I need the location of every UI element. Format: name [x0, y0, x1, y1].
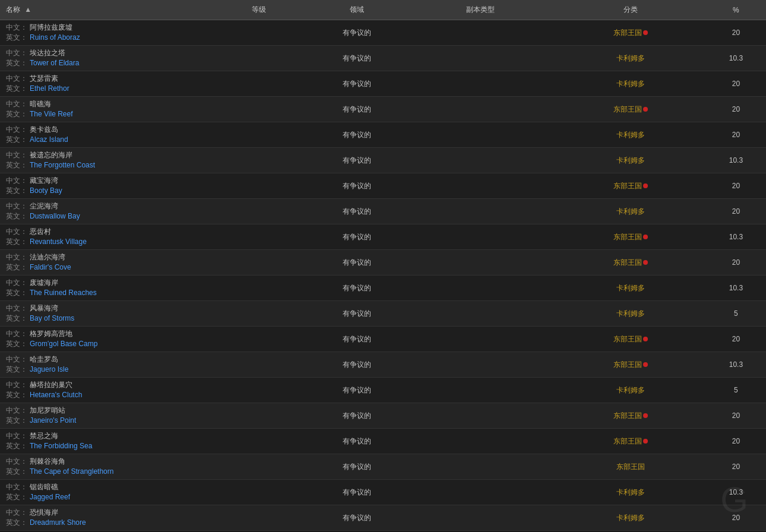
en-name: 英文：Dreadmurk Shore — [6, 518, 204, 528]
cell-domain: 有争议的 — [308, 122, 406, 148]
table-row[interactable]: 中文：暗礁海英文：The Vile Reef有争议的东部王国20 — [0, 97, 766, 122]
table-row[interactable]: 中文：埃达拉之塔英文：Tower of Eldara有争议的卡利姆多10.3 — [0, 46, 766, 71]
faction-name: 东部王国 — [616, 463, 645, 471]
domain-value: 有争议的 — [343, 360, 371, 369]
cell-domain: 有争议的 — [308, 480, 406, 505]
cell-level — [210, 505, 308, 531]
en-name: 英文：Grom'gol Base Camp — [6, 339, 204, 349]
cn-name: 中文：被遗忘的海岸 — [6, 150, 204, 160]
cell-domain: 有争议的 — [308, 148, 406, 173]
table-row[interactable]: 中文：尘泥海湾英文：Dustwallow Bay有争议的卡利姆多20 — [0, 199, 766, 224]
cell-faction: 东部王国 — [556, 403, 706, 429]
cell-domain: 有争议的 — [308, 403, 406, 429]
en-name: 英文：The Forbidding Sea — [6, 441, 204, 451]
table-row[interactable]: 中文：锯齿暗礁英文：Jagged Reef有争议的卡利姆多10.3 — [0, 480, 766, 505]
cell-percent: 10.3 — [706, 352, 766, 378]
col-percent[interactable]: % — [706, 0, 766, 20]
en-name: 英文：Janeiro's Point — [6, 416, 204, 426]
col-faction[interactable]: 分类 — [556, 0, 706, 20]
en-name: 英文：Bay of Storms — [6, 314, 204, 324]
cell-dungeon-type — [406, 148, 556, 173]
cell-name: 中文：藏宝海湾英文：Booty Bay — [0, 173, 210, 199]
table-row[interactable]: 中文：禁忌之海英文：The Forbidding Sea有争议的东部王国20 — [0, 429, 766, 454]
domain-value: 有争议的 — [343, 514, 371, 522]
cell-dungeon-type — [406, 224, 556, 250]
table-row[interactable]: 中文：法迪尔海湾英文：Faldir's Cove有争议的东部王国20 — [0, 250, 766, 276]
faction-name: 卡利姆多 — [616, 131, 645, 139]
en-name: 英文：The Cape of Stranglethorn — [6, 467, 204, 477]
cell-percent: 20 — [706, 122, 766, 148]
en-name: 英文：Dustwallow Bay — [6, 211, 204, 221]
cell-domain: 有争议的 — [308, 46, 406, 71]
faction-name: 卡利姆多 — [616, 156, 645, 164]
en-name: 英文：Hetaera's Clutch — [6, 390, 204, 400]
cell-name: 中文：恶齿村英文：Revantusk Village — [0, 224, 210, 250]
table-row[interactable]: 中文：哈圭罗岛英文：Jaguero Isle有争议的东部王国10.3 — [0, 352, 766, 378]
domain-value: 有争议的 — [343, 386, 371, 394]
cell-level — [210, 97, 308, 122]
cell-faction: 东部王国 — [556, 224, 706, 250]
table-row[interactable]: 中文：恐惧海岸英文：Dreadmurk Shore有争议的卡利姆多20 — [0, 505, 766, 531]
en-name: 英文：Booty Bay — [6, 186, 204, 196]
cell-faction: 东部王国 — [556, 327, 706, 352]
cell-domain: 有争议的 — [308, 71, 406, 97]
cell-dungeon-type — [406, 199, 556, 224]
faction-dot — [643, 413, 648, 418]
table-row[interactable]: 中文：阿博拉兹废墟英文：Ruins of Aboraz有争议的东部王国20 — [0, 20, 766, 46]
cn-name: 中文：加尼罗哨站 — [6, 406, 204, 416]
cell-faction: 卡利姆多 — [556, 505, 706, 531]
cell-name: 中文：加尼罗哨站英文：Janeiro's Point — [0, 403, 210, 429]
en-name: 英文：Jagged Reef — [6, 492, 204, 502]
cell-name: 中文：阿博拉兹废墟英文：Ruins of Aboraz — [0, 20, 210, 46]
table-row[interactable]: 中文：被遗忘的海岸英文：The Forgotten Coast有争议的卡利姆多1… — [0, 148, 766, 173]
cell-percent: 20 — [706, 250, 766, 276]
col-level[interactable]: 等级 — [210, 0, 308, 20]
cell-domain: 有争议的 — [308, 327, 406, 352]
table-row[interactable]: 中文：格罗姆高营地英文：Grom'gol Base Camp有争议的东部王国20 — [0, 327, 766, 352]
sort-arrow-name: ▲ — [24, 5, 31, 14]
faction-name: 卡利姆多 — [616, 80, 645, 88]
en-name: 英文：Jaguero Isle — [6, 365, 204, 375]
main-table-container: 名称 ▲ 等级 领域 副本类型 分类 % 中文：阿博拉兹废墟英文：Ruins o… — [0, 0, 766, 531]
cell-domain: 有争议的 — [308, 250, 406, 276]
cell-percent: 10.3 — [706, 276, 766, 301]
cell-name: 中文：格罗姆高营地英文：Grom'gol Base Camp — [0, 327, 210, 352]
cell-domain: 有争议的 — [308, 173, 406, 199]
table-row[interactable]: 中文：艾瑟雷素英文：Ethel Rethor有争议的卡利姆多20 — [0, 71, 766, 97]
table-row[interactable]: 中文：奥卡兹岛英文：Alcaz Island有争议的卡利姆多20 — [0, 122, 766, 148]
table-row[interactable]: 中文：藏宝海湾英文：Booty Bay有争议的东部王国20 — [0, 173, 766, 199]
cell-level — [210, 403, 308, 429]
table-row[interactable]: 中文：加尼罗哨站英文：Janeiro's Point有争议的东部王国20 — [0, 403, 766, 429]
cell-faction: 东部王国 — [556, 454, 706, 480]
cell-name: 中文：暗礁海英文：The Vile Reef — [0, 97, 210, 122]
domain-value: 有争议的 — [343, 309, 371, 318]
table-header-row: 名称 ▲ 等级 领域 副本类型 分类 % — [0, 0, 766, 20]
faction-name: 东部王国 — [613, 437, 642, 445]
domain-value: 有争议的 — [343, 105, 371, 113]
cell-percent: 10.3 — [706, 224, 766, 250]
cn-name: 中文：恐惧海岸 — [6, 508, 204, 518]
table-row[interactable]: 中文：风暴海湾英文：Bay of Storms有争议的卡利姆多5 — [0, 301, 766, 327]
cell-level — [210, 122, 308, 148]
cell-percent: 20 — [706, 429, 766, 454]
table-row[interactable]: 中文：赫塔拉的巢穴英文：Hetaera's Clutch有争议的卡利姆多5 — [0, 378, 766, 403]
cell-percent: 20 — [706, 505, 766, 531]
col-dungeon-type[interactable]: 副本类型 — [406, 0, 556, 20]
cell-domain: 有争议的 — [308, 20, 406, 46]
faction-dot — [643, 235, 648, 239]
col-domain[interactable]: 领域 — [308, 0, 406, 20]
domain-value: 有争议的 — [343, 284, 371, 292]
faction-name: 卡利姆多 — [616, 207, 645, 216]
table-row[interactable]: 中文：荆棘谷海角英文：The Cape of Stranglethorn有争议的… — [0, 454, 766, 480]
col-name[interactable]: 名称 ▲ — [0, 0, 210, 20]
cell-name: 中文：废墟海岸英文：The Ruined Reaches — [0, 276, 210, 301]
cn-name: 中文：恶齿村 — [6, 227, 204, 237]
cn-name: 中文：废墟海岸 — [6, 278, 204, 288]
cell-level — [210, 46, 308, 71]
cell-domain: 有争议的 — [308, 454, 406, 480]
faction-name: 东部王国 — [613, 411, 642, 420]
table-row[interactable]: 中文：废墟海岸英文：The Ruined Reaches有争议的卡利姆多10.3 — [0, 276, 766, 301]
cell-level — [210, 301, 308, 327]
table-row[interactable]: 中文：恶齿村英文：Revantusk Village有争议的东部王国10.3 — [0, 224, 766, 250]
cell-level — [210, 173, 308, 199]
